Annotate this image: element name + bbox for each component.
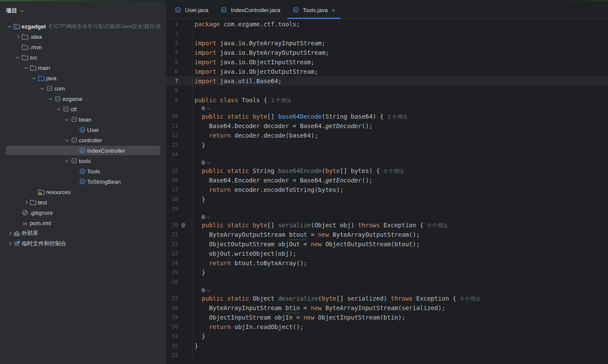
chevron-down-icon[interactable] [24, 65, 27, 69]
tree-item-ezgadget[interactable]: >ezgadgetE:\CTF\网络安全学习笔记\漏洞\Java安全\题目\东 [0, 21, 166, 31]
line-number[interactable]: 16 [166, 176, 178, 185]
tree-item-ctf[interactable]: ctf [0, 104, 166, 114]
tree-item-Tools[interactable]: CTools [0, 166, 166, 176]
gutter[interactable]: 8 [166, 86, 192, 95]
gutter[interactable] [166, 213, 192, 220]
line-number[interactable]: 27 [166, 294, 178, 303]
code-text[interactable]: public static byte[] serialize(Object ob… [192, 220, 608, 230]
line-number[interactable]: 2 [166, 29, 178, 38]
usages-inlay-hint[interactable]: 1 个用法 [388, 114, 407, 120]
line-number[interactable]: 6 [166, 67, 178, 76]
gutter[interactable]: 21 [166, 230, 192, 239]
code-text[interactable]: import java.io.ObjectOutputStream; [192, 67, 608, 76]
code-text[interactable]: return decoder.decode(base64); [192, 131, 608, 140]
tree-item-resources[interactable]: >resources [0, 187, 166, 197]
chevron-down-icon[interactable] [20, 8, 24, 12]
line-number[interactable]: 19 [166, 204, 178, 213]
line-number[interactable]: 7 [166, 76, 178, 86]
tab-User.java[interactable]: CUser.java [169, 1, 214, 19]
usages-inlay-hint[interactable]: 0 个用法 [384, 168, 404, 174]
chevron-down-icon[interactable] [65, 138, 68, 141]
code-editor[interactable]: 1package com.ezgame.ctf.tools;23import j… [166, 19, 608, 364]
tree-item-controller[interactable]: controller [0, 135, 166, 145]
tab-IndexController.java[interactable]: CIndexController.java [214, 1, 286, 19]
tree-item-java[interactable]: java [0, 73, 166, 83]
code-text[interactable]: public static String base64Encode(byte[]… [192, 166, 608, 176]
gutter[interactable]: 2 [166, 29, 192, 38]
code-text[interactable] [192, 351, 608, 360]
gutter[interactable]: 1 [166, 19, 192, 29]
tree-item-src[interactable]: src [0, 52, 166, 63]
usages-inlay-hint[interactable]: 2 个用法 [272, 97, 291, 104]
code-text[interactable]: } [192, 268, 608, 277]
chevron-down-icon[interactable] [7, 24, 11, 27]
tree-item-bean[interactable]: bean [0, 114, 166, 125]
gutter[interactable]: 32 [166, 341, 192, 351]
gutter[interactable]: 26 [166, 277, 192, 287]
code-text[interactable]: ByteArrayOutputStream btout = new ByteAr… [192, 230, 608, 239]
chevron-down-icon[interactable] [65, 117, 68, 120]
tree-item-com[interactable]: com [0, 83, 166, 94]
method-marker-icon[interactable] [201, 159, 210, 166]
line-number[interactable]: 11 [166, 121, 178, 131]
close-icon[interactable]: × [332, 7, 335, 13]
code-text[interactable] [192, 86, 608, 95]
chevron-right-icon[interactable] [7, 232, 11, 235]
gutter[interactable]: 4 [166, 48, 192, 57]
tree-item-.idea[interactable]: .idea [0, 31, 166, 42]
chevron-down-icon[interactable] [16, 55, 19, 58]
line-number[interactable]: 20 [166, 220, 178, 230]
line-number[interactable]: 1 [166, 19, 178, 29]
line-number[interactable]: 31 [166, 332, 178, 341]
line-number[interactable]: 4 [166, 48, 178, 57]
code-text[interactable]: import java.util.Base64; [192, 76, 608, 86]
tree-item-User[interactable]: CUser [0, 125, 166, 135]
code-text[interactable]: import java.io.ByteArrayInputStream; [192, 38, 608, 48]
line-number[interactable]: 24 [166, 258, 178, 268]
method-marker-icon[interactable] [201, 287, 210, 294]
tree-item-tools[interactable]: tools [0, 156, 166, 166]
line-number[interactable]: 30 [166, 322, 178, 332]
code-text[interactable]: objOut.writeObject(obj); [192, 249, 608, 258]
gutter[interactable]: 5 [166, 57, 192, 67]
code-text[interactable]: return objIn.readObject(); [192, 322, 608, 332]
code-text[interactable]: } [192, 195, 608, 204]
gutter[interactable]: 24 [166, 258, 192, 268]
code-text[interactable] [192, 29, 608, 38]
gutter[interactable]: 30 [166, 322, 192, 332]
line-number[interactable]: 18 [166, 195, 178, 204]
code-text[interactable]: Base64.Decoder decoder = Base64.getDecod… [192, 121, 608, 131]
gutter[interactable]: 18 [166, 195, 192, 204]
gutter[interactable]: 33 [166, 351, 192, 360]
gutter[interactable]: 29 [166, 313, 192, 322]
code-text[interactable] [192, 277, 608, 287]
gutter[interactable]: 9 [166, 95, 192, 105]
tree-item-ezgame[interactable]: ezgame [0, 94, 166, 104]
code-text[interactable]: ObjectOutputStream objOut = new ObjectOu… [192, 239, 608, 249]
line-number[interactable]: 25 [166, 268, 178, 277]
line-number[interactable]: 17 [166, 185, 178, 195]
line-number[interactable]: 22 [166, 239, 178, 249]
code-text[interactable]: return btout.toByteArray(); [192, 258, 608, 268]
code-text[interactable]: } [192, 332, 608, 341]
line-number[interactable]: 14 [166, 150, 178, 159]
line-number[interactable]: 12 [166, 131, 178, 140]
line-number[interactable]: 3 [166, 38, 178, 48]
line-number[interactable]: 29 [166, 313, 178, 322]
chevron-down-icon[interactable] [56, 107, 60, 110]
gutter[interactable]: 28 [166, 303, 192, 313]
line-number[interactable]: 23 [166, 249, 178, 258]
line-number[interactable]: 21 [166, 230, 178, 239]
code-text[interactable] [192, 204, 608, 213]
gutter[interactable]: 16 [166, 176, 192, 185]
tree-item-pom.xml[interactable]: mpom.xml [0, 218, 166, 228]
tree-item-ToStringBean[interactable]: CToStringBean [0, 176, 166, 187]
gutter[interactable]: 10 [166, 112, 192, 121]
gutter[interactable]: 20@ [166, 220, 192, 230]
gutter[interactable]: 12 [166, 131, 192, 140]
tree-item-IndexController[interactable]: CIndexController [0, 145, 166, 156]
code-text[interactable]: ObjectInputStream objIn = new ObjectInpu… [192, 313, 608, 322]
chevron-right-icon[interactable] [7, 242, 11, 245]
gutter[interactable] [166, 287, 192, 294]
method-marker-icon[interactable] [201, 213, 210, 220]
